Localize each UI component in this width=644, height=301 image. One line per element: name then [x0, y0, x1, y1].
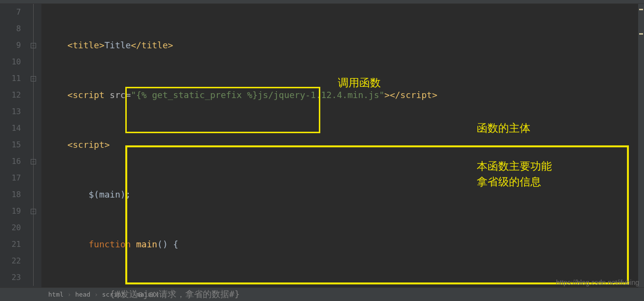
- line-number: 10: [0, 54, 21, 70]
- line-number-gutter: 7 8 9 10 11 12 13 14 15 16 17 18 19 20 2…: [0, 4, 27, 287]
- fold-gutter: − − − −: [27, 4, 41, 287]
- line-number: 22: [0, 253, 21, 269]
- line-number: 8: [0, 20, 21, 37]
- line-number: 13: [0, 103, 21, 120]
- line-number: 23: [0, 269, 21, 286]
- line-number: 17: [0, 170, 21, 186]
- fold-toggle-icon[interactable]: −: [31, 76, 36, 81]
- code-area[interactable]: <title>Title</title> <script src="{% get…: [41, 4, 644, 287]
- line-number: 21: [0, 236, 21, 253]
- watermark: https://blog.csdn.net/ifubing: [556, 279, 639, 286]
- line-number: 19: [0, 203, 21, 220]
- scrollbar[interactable]: [638, 4, 644, 287]
- annotation-box-body: [125, 145, 629, 284]
- annotation-label-desc1: 本函数主要功能: [477, 158, 552, 175]
- line-number: 7: [0, 4, 21, 20]
- line-number: 15: [0, 137, 21, 153]
- line-number: 12: [0, 87, 21, 103]
- line-number: 16: [0, 153, 21, 170]
- annotation-label-body: 函数的主体: [477, 120, 530, 137]
- fold-toggle-icon[interactable]: −: [31, 209, 36, 214]
- editor: 7 8 9 10 11 12 13 14 15 16 17 18 19 20 2…: [0, 4, 644, 287]
- line-number: 11: [0, 70, 21, 87]
- line-number: 14: [0, 120, 21, 137]
- line-number: 18: [0, 186, 21, 203]
- line-number: 9: [0, 37, 21, 54]
- fold-toggle-icon[interactable]: −: [31, 159, 36, 164]
- fold-toggle-icon[interactable]: −: [31, 43, 36, 48]
- line-number: 20: [0, 220, 21, 236]
- tab-bar: [0, 0, 644, 4]
